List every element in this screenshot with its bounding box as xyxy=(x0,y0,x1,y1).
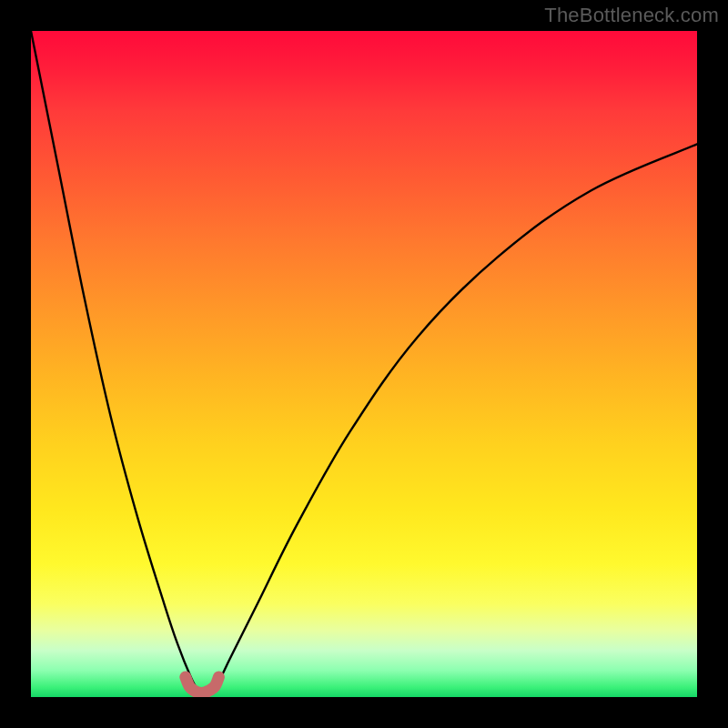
bottleneck-curve xyxy=(31,31,697,692)
plot-area xyxy=(31,31,697,697)
watermark-text: TheBottleneck.com xyxy=(544,4,719,27)
valley-marker xyxy=(186,677,219,693)
chart-frame: TheBottleneck.com xyxy=(0,0,728,728)
curve-layer xyxy=(31,31,697,697)
